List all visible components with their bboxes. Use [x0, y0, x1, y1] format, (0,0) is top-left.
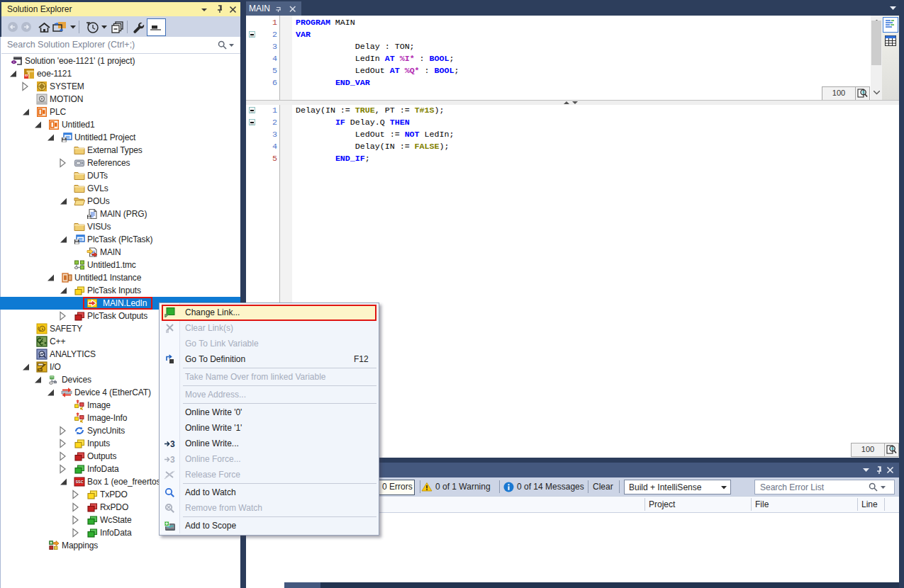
svg-text:3: 3 [170, 455, 175, 464]
svg-text:3: 3 [170, 439, 175, 448]
